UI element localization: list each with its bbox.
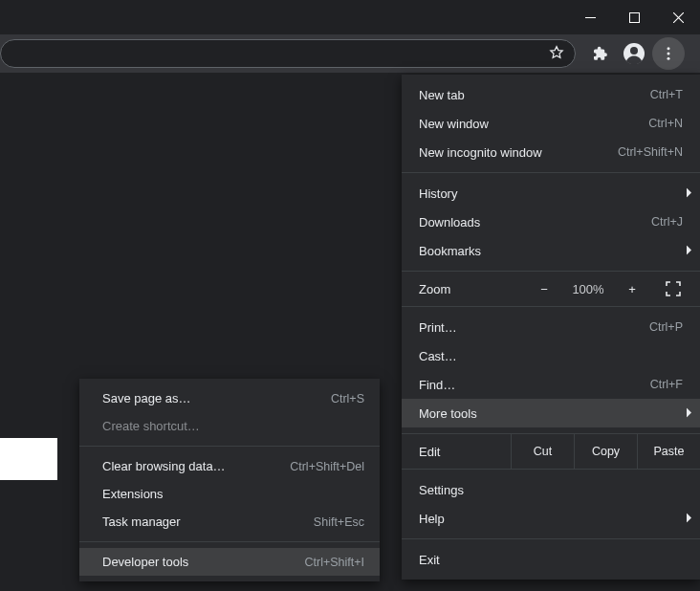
chrome-main-menu: New tab Ctrl+T New window Ctrl+N New inc…: [402, 75, 700, 580]
zoom-value: 100%: [566, 275, 610, 302]
menu-item-shortcut: Shift+Esc: [314, 515, 364, 529]
menu-zoom-row: Zoom − 100% +: [402, 272, 700, 306]
menu-item-label: Cast…: [419, 349, 683, 363]
menu-exit[interactable]: Exit: [402, 545, 700, 574]
svg-rect-0: [629, 12, 639, 22]
menu-item-label: New window: [419, 117, 648, 131]
submenu-task-manager[interactable]: Task manager Shift+Esc: [79, 508, 380, 536]
menu-item-label: More tools: [419, 406, 683, 421]
zoom-in-button[interactable]: +: [610, 275, 654, 302]
menu-find[interactable]: Find… Ctrl+F: [402, 370, 700, 399]
menu-new-tab[interactable]: New tab Ctrl+T: [402, 80, 700, 109]
submenu-developer-tools[interactable]: Developer tools Ctrl+Shift+I: [79, 548, 380, 576]
submenu-save-page[interactable]: Save page as… Ctrl+S: [79, 384, 380, 412]
menu-bookmarks[interactable]: Bookmarks: [402, 236, 700, 265]
menu-item-label: Print…: [419, 320, 649, 335]
more-vert-icon: [660, 45, 677, 62]
svg-point-5: [667, 57, 670, 60]
submenu-create-shortcut: Create shortcut…: [79, 412, 380, 440]
edit-paste-button[interactable]: Paste: [637, 434, 700, 469]
zoom-out-button[interactable]: −: [522, 275, 566, 302]
menu-edit-row: Edit Cut Copy Paste: [402, 434, 700, 469]
fullscreen-icon: [666, 281, 681, 296]
submenu-clear-browsing-data[interactable]: Clear browsing data… Ctrl+Shift+Del: [79, 452, 380, 480]
submenu-arrow-icon: [685, 406, 692, 421]
svg-point-3: [667, 47, 670, 50]
menu-downloads[interactable]: Downloads Ctrl+J: [402, 208, 700, 236]
menu-history[interactable]: History: [402, 179, 700, 208]
minimize-icon: [585, 12, 596, 23]
menu-item-label: History: [419, 186, 683, 201]
menu-cast[interactable]: Cast…: [402, 341, 700, 370]
bookmark-star-icon[interactable]: [548, 44, 565, 64]
menu-item-shortcut: Ctrl+T: [650, 88, 683, 101]
maximize-icon: [629, 12, 640, 23]
menu-item-shortcut: Ctrl+F: [650, 378, 683, 391]
window-minimize-button[interactable]: [568, 3, 612, 32]
profile-icon: [623, 42, 645, 65]
menu-more-tools[interactable]: More tools: [402, 399, 700, 427]
submenu-arrow-icon: [685, 244, 692, 258]
menu-item-shortcut: Ctrl+N: [648, 117, 683, 130]
submenu-arrow-icon: [685, 186, 692, 201]
profile-button[interactable]: [618, 37, 650, 70]
svg-point-2: [630, 47, 638, 55]
menu-item-shortcut: Ctrl+J: [651, 215, 683, 229]
menu-item-label: Downloads: [419, 215, 651, 230]
menu-item-label: Find…: [419, 378, 650, 392]
svg-point-4: [667, 53, 670, 55]
menu-item-label: Clear browsing data…: [102, 459, 290, 473]
menu-item-shortcut: Ctrl+S: [331, 392, 364, 405]
fullscreen-button[interactable]: [654, 275, 692, 302]
menu-item-label: Help: [419, 512, 683, 526]
menu-item-label: Task manager: [102, 514, 314, 529]
close-icon: [673, 12, 684, 23]
menu-item-label: Settings: [419, 483, 683, 497]
menu-item-shortcut: Ctrl+Shift+Del: [290, 460, 364, 473]
menu-settings[interactable]: Settings: [402, 475, 700, 504]
window-maximize-button[interactable]: [612, 3, 656, 32]
extensions-button[interactable]: [583, 37, 616, 70]
menu-item-label: Save page as…: [102, 391, 331, 405]
edit-cut-button[interactable]: Cut: [511, 434, 574, 469]
menu-item-label: Developer tools: [102, 555, 304, 569]
menu-item-shortcut: Ctrl+P: [649, 320, 683, 334]
menu-item-label: Edit: [419, 445, 511, 459]
page-element: [0, 438, 57, 480]
menu-new-window[interactable]: New window Ctrl+N: [402, 109, 700, 138]
chrome-menu-button[interactable]: [652, 37, 685, 70]
submenu-extensions[interactable]: Extensions: [79, 480, 380, 508]
svg-point-1: [623, 43, 645, 64]
menu-print[interactable]: Print… Ctrl+P: [402, 313, 700, 341]
address-bar[interactable]: [0, 39, 576, 68]
menu-item-label: Create shortcut…: [102, 419, 364, 433]
window-titlebar: [0, 0, 700, 34]
submenu-arrow-icon: [685, 512, 692, 526]
edit-copy-button[interactable]: Copy: [574, 434, 637, 469]
toolbar: [0, 34, 700, 73]
puzzle-icon: [591, 45, 608, 62]
menu-item-label: Exit: [419, 553, 683, 567]
window-close-button[interactable]: [656, 3, 700, 32]
menu-help[interactable]: Help: [402, 504, 700, 533]
menu-item-label: New tab: [419, 88, 650, 102]
menu-item-shortcut: Ctrl+Shift+I: [304, 556, 364, 569]
menu-item-label: Extensions: [102, 487, 364, 501]
more-tools-submenu: Save page as… Ctrl+S Create shortcut… Cl…: [79, 379, 380, 581]
menu-new-incognito[interactable]: New incognito window Ctrl+Shift+N: [402, 138, 700, 166]
menu-item-label: Bookmarks: [419, 244, 683, 258]
menu-item-label: New incognito window: [419, 145, 618, 160]
menu-item-shortcut: Ctrl+Shift+N: [618, 145, 683, 159]
menu-item-label: Zoom: [419, 282, 522, 296]
